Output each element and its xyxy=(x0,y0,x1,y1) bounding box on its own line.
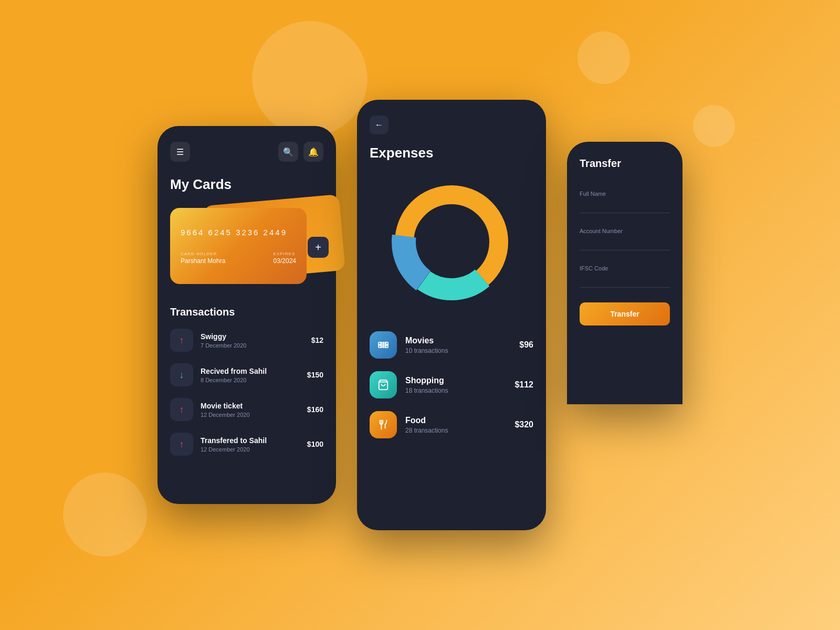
tx-amount: $150 xyxy=(307,371,323,379)
tx-name: Recived from Sahil xyxy=(201,367,300,375)
tx-date: 7 December 2020 xyxy=(201,342,304,349)
expense-info: Shopping 18 transactions xyxy=(405,376,506,394)
card-expires-label: EXPIRES xyxy=(274,251,296,256)
expense-icon-food xyxy=(370,411,397,438)
search-button[interactable]: 🔍 xyxy=(278,142,298,162)
screens-container: ☰ 🔍 🔔 My Cards 9664 6245 3236 2449 CARD … xyxy=(158,100,682,530)
transaction-item: ↓ Recived from Sahil 8 December 2020 $15… xyxy=(170,363,323,386)
page-title: My Cards xyxy=(170,176,323,193)
card-container: 9664 6245 3236 2449 CARD HOLDER Parshant… xyxy=(170,205,323,289)
tx-icon: ↓ xyxy=(170,363,193,386)
bg-decoration-2 xyxy=(63,472,147,556)
arrow-down-icon: ↓ xyxy=(180,370,184,381)
transactions-list: ↑ Swiggy 7 December 2020 $12 ↓ Recived f… xyxy=(170,329,323,456)
field-input[interactable] xyxy=(580,236,670,244)
expense-transactions: 28 transactions xyxy=(405,427,506,434)
field-input[interactable] xyxy=(580,274,670,281)
expense-amount: $320 xyxy=(514,420,533,429)
expense-name: Movies xyxy=(405,336,511,345)
expense-info: Food 28 transactions xyxy=(405,416,506,434)
arrow-up-icon: ↑ xyxy=(180,439,184,450)
bg-decoration-4 xyxy=(693,105,735,147)
screen-transfer: Transfer Full Name Account Number IFSC C… xyxy=(567,142,682,404)
card-number: 9664 6245 3236 2449 xyxy=(181,228,296,237)
tx-name: Transfered to Sahil xyxy=(201,436,300,445)
transaction-item: ↑ Swiggy 7 December 2020 $12 xyxy=(170,329,323,352)
expense-transactions: 10 transactions xyxy=(405,347,511,354)
transaction-item: ↑ Transfered to Sahil 12 December 2020 $… xyxy=(170,433,323,456)
svg-point-6 xyxy=(379,343,381,344)
svg-rect-11 xyxy=(384,342,385,348)
field-label: Full Name xyxy=(580,191,670,197)
tx-icon: ↑ xyxy=(170,433,193,456)
transfer-button[interactable]: Transfer xyxy=(580,302,670,326)
transfer-field: Full Name xyxy=(580,185,670,213)
tx-amount: $100 xyxy=(307,440,323,448)
card-expires-info: EXPIRES 03/2024 xyxy=(274,251,296,265)
back-button[interactable]: ← xyxy=(370,116,388,134)
search-icon: 🔍 xyxy=(283,147,293,157)
svg-point-4 xyxy=(416,206,487,278)
svg-point-9 xyxy=(386,346,388,348)
arrow-up-icon: ↑ xyxy=(180,404,184,415)
tx-name: Movie ticket xyxy=(201,402,300,410)
svg-rect-10 xyxy=(382,342,383,348)
card-expires-value: 03/2024 xyxy=(274,257,296,265)
back-icon: ← xyxy=(375,120,383,130)
tx-icon: ↑ xyxy=(170,329,193,352)
tx-info: Movie ticket 12 December 2020 xyxy=(201,402,300,418)
field-input[interactable] xyxy=(580,199,670,207)
tx-amount: $160 xyxy=(307,405,323,414)
transfer-fields: Full Name Account Number IFSC Code xyxy=(580,185,670,288)
tx-date: 8 December 2020 xyxy=(201,377,300,383)
card-holder-name: Parshant Mohra xyxy=(181,257,225,265)
screen-expenses: ← Expenses xyxy=(357,100,546,530)
card-front[interactable]: 9664 6245 3236 2449 CARD HOLDER Parshant… xyxy=(170,208,307,284)
bell-icon: 🔔 xyxy=(308,147,319,157)
transfer-title: Transfer xyxy=(580,158,670,170)
tx-icon: ↑ xyxy=(170,398,193,421)
screen-my-cards: ☰ 🔍 🔔 My Cards 9664 6245 3236 2449 CARD … xyxy=(158,126,336,504)
expense-amount: $112 xyxy=(514,380,533,390)
transfer-field: IFSC Code xyxy=(580,260,670,288)
hamburger-icon: ☰ xyxy=(176,147,184,157)
expense-categories-list: Movies 10 transactions $96 Shopping 18 t… xyxy=(370,331,533,438)
tx-info: Swiggy 7 December 2020 xyxy=(201,332,304,349)
svg-point-7 xyxy=(379,346,381,348)
expense-info: Movies 10 transactions xyxy=(405,336,511,354)
menu-button[interactable]: ☰ xyxy=(170,142,190,162)
expense-icon-shopping xyxy=(370,371,397,398)
expense-name: Food xyxy=(405,416,506,425)
card-holder-info: CARD HOLDER Parshant Mohra xyxy=(181,251,225,265)
transfer-field: Account Number xyxy=(580,223,670,250)
expenses-title: Expenses xyxy=(370,145,533,161)
svg-point-8 xyxy=(386,343,388,344)
header-icons: 🔍 🔔 xyxy=(278,142,323,162)
card-footer: CARD HOLDER Parshant Mohra EXPIRES 03/20… xyxy=(181,251,296,265)
expense-amount: $96 xyxy=(519,340,533,350)
tx-amount: $12 xyxy=(311,336,323,344)
donut-chart-container xyxy=(370,174,533,310)
tx-date: 12 December 2020 xyxy=(201,412,300,418)
notification-button[interactable]: 🔔 xyxy=(303,142,323,162)
expense-item: Shopping 18 transactions $112 xyxy=(370,371,533,398)
tx-name: Swiggy xyxy=(201,332,304,341)
expense-item: Food 28 transactions $320 xyxy=(370,411,533,438)
expense-transactions: 18 transactions xyxy=(405,387,506,394)
expense-icon-movies xyxy=(370,331,397,359)
bg-decoration-3 xyxy=(578,32,630,84)
transactions-title: Transactions xyxy=(170,306,323,318)
field-label: IFSC Code xyxy=(580,265,670,271)
add-card-button[interactable]: + xyxy=(308,237,329,258)
donut-chart xyxy=(383,174,520,310)
cards-header: ☰ 🔍 🔔 xyxy=(170,142,323,162)
field-label: Account Number xyxy=(580,228,670,234)
arrow-up-icon: ↑ xyxy=(180,335,184,346)
tx-date: 12 December 2020 xyxy=(201,446,300,453)
expense-item: Movies 10 transactions $96 xyxy=(370,331,533,359)
card-holder-label: CARD HOLDER xyxy=(181,251,225,256)
tx-info: Transfered to Sahil 12 December 2020 xyxy=(201,436,300,453)
transaction-item: ↑ Movie ticket 12 December 2020 $160 xyxy=(170,398,323,421)
expense-name: Shopping xyxy=(405,376,506,385)
tx-info: Recived from Sahil 8 December 2020 xyxy=(201,367,300,383)
